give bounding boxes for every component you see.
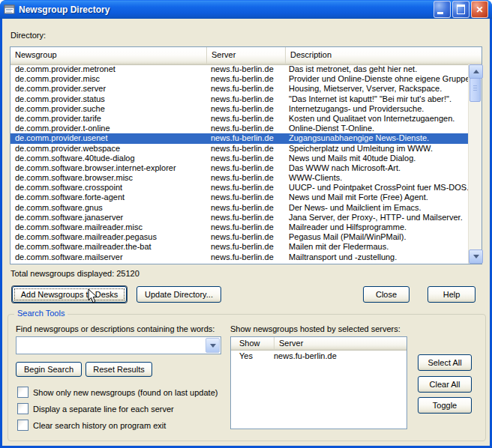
cell-server: news.fu-berlin.de	[206, 114, 284, 124]
cell-server: news.fu-berlin.de	[206, 252, 284, 262]
checkbox-clear-history[interactable]	[17, 420, 28, 431]
cell-description: Pegasus Mail (PMail/WinPMail).	[284, 232, 469, 242]
chevron-down-icon	[210, 344, 216, 348]
cell-description: Mailen mit der Fledermaus.	[284, 242, 469, 252]
cell-server: news.fu-berlin.de	[206, 74, 284, 84]
cell-newsgroup: de.comm.software.janaserver	[10, 213, 206, 223]
table-row[interactable]: de.comm.software.browser.internet-explor…	[10, 163, 469, 173]
close-dialog-button[interactable]: Close	[363, 286, 410, 303]
reset-results-button[interactable]: Reset Results	[86, 362, 152, 377]
search-tools-title: Search Tools	[14, 309, 68, 318]
cell-newsgroup: de.comm.provider.metronet	[10, 64, 206, 74]
column-header-show[interactable]: Show	[231, 337, 274, 350]
toggle-button[interactable]: Toggle	[418, 397, 472, 414]
scroll-up-button[interactable]	[469, 64, 483, 79]
checkbox-label: Display a separate line for each server	[33, 405, 174, 414]
combo-dropdown-button[interactable]	[206, 338, 220, 353]
search-tools-group: Search Tools Find newsgroups or descript…	[8, 314, 486, 441]
close-button[interactable]: ✕	[471, 1, 488, 18]
cell-description: Jana Server, der Proxy-, HTTP- und Mails…	[284, 213, 469, 223]
servers-label: Show newsgroups hosted by selected serve…	[230, 324, 400, 333]
checkbox-label: Clear search history on program exit	[33, 421, 166, 430]
directory-listview: Newsgroup Server Description de.comm.pro…	[10, 46, 482, 264]
scrollbar-thumb[interactable]	[470, 78, 481, 102]
cell-newsgroup: de.comm.software.40tude-dialog	[10, 154, 206, 163]
titlebar-buttons: ✕	[434, 1, 488, 18]
checkbox-new-newsgroups[interactable]	[17, 387, 28, 398]
checkbox-label: Show only new newsgroups (found on last …	[33, 388, 218, 397]
cell-newsgroup: de.comm.software.gnus	[10, 203, 206, 213]
table-row[interactable]: de.comm.software.mailreader.pegasusnews.…	[10, 232, 469, 242]
cell-newsgroup: de.comm.provider.suche	[10, 104, 206, 114]
cell-newsgroup: de.comm.provider.t-online	[10, 124, 206, 133]
vertical-scrollbar[interactable]	[468, 64, 482, 264]
cell-description: Der News- und Mailclient im Emacs.	[284, 203, 469, 213]
checkbox-row-clear-history[interactable]: Clear search history on program exit	[17, 420, 166, 431]
cell-description: Mailtransport und -zustellung.	[284, 252, 469, 262]
cell-newsgroup: de.comm.software.crosspoint	[10, 183, 206, 193]
table-row[interactable]: de.comm.provider.webspacenews.fu-berlin.…	[10, 144, 469, 154]
update-directory-button[interactable]: Update Directory...	[136, 286, 221, 303]
table-row[interactable]: de.comm.software.mailreader.the-batnews.…	[10, 242, 469, 252]
help-button[interactable]: Help	[428, 286, 476, 303]
table-row[interactable]: de.comm.software.mailservernews.fu-berli…	[10, 252, 469, 262]
cell-server: news.fu-berlin.de	[206, 193, 284, 202]
cell-description: Provider und Online-Dienste ohne eigene …	[284, 74, 469, 84]
cell-newsgroup: de.comm.software.browser.misc	[10, 173, 206, 183]
minimize-button[interactable]	[434, 1, 451, 18]
checkbox-row-separate-line[interactable]: Display a separate line for each server	[17, 403, 174, 414]
cell-server: news.fu-berlin.de	[206, 104, 284, 114]
cell-newsgroup: de.comm.provider.tarife	[10, 114, 206, 124]
cell-server: news.fu-berlin.de	[206, 144, 284, 154]
cell-newsgroup: de.comm.software.mailserver	[10, 252, 206, 262]
cell-server: news.fu-berlin.de	[206, 94, 284, 104]
directory-header: Newsgroup Server Description	[10, 47, 482, 65]
cell-server: news.fu-berlin.de	[206, 223, 284, 232]
table-row[interactable]: de.comm.software.40tude-dialognews.fu-be…	[10, 154, 469, 163]
cell-description: UUCP- und Pointpaket CrossPoint fuer MS-…	[284, 183, 469, 193]
cell-server: news.fu-berlin.de	[206, 124, 284, 133]
cell-description: Internetzugangs- und Providersuche.	[284, 104, 469, 114]
table-row[interactable]: de.comm.provider.statusnews.fu-berlin.de…	[10, 94, 469, 104]
app-icon	[4, 4, 16, 16]
server-table-body: Yesnews.fu-berlin.de	[231, 351, 406, 362]
add-newsgroups-button[interactable]: Add Newsgroups to Desks	[12, 286, 127, 303]
cell-description: Das ist metronet, das geht hier net.	[284, 64, 469, 74]
table-row[interactable]: de.comm.provider.miscnews.fu-berlin.dePr…	[10, 74, 469, 84]
maximize-button[interactable]	[452, 1, 470, 18]
table-row[interactable]: de.comm.software.mailreader.miscnews.fu-…	[10, 223, 469, 232]
server-list-header: Show Server	[231, 337, 406, 351]
cell-newsgroup: de.comm.software.mailreader.the-bat	[10, 242, 206, 252]
table-row[interactable]: de.comm.software.gnusnews.fu-berlin.deDe…	[10, 203, 469, 213]
titlebar[interactable]: Newsgroup Directory ✕	[0, 0, 492, 19]
select-all-button[interactable]: Select All	[418, 354, 472, 371]
column-header-newsgroup[interactable]: Newsgroup	[10, 47, 207, 64]
checkbox-separate-line[interactable]	[17, 403, 28, 414]
search-input[interactable]	[18, 339, 206, 352]
begin-search-button[interactable]: Begin Search	[16, 362, 82, 377]
table-row[interactable]: de.comm.provider.metronetnews.fu-berlin.…	[10, 64, 469, 74]
column-header-description[interactable]: Description	[286, 47, 482, 64]
table-row[interactable]: de.comm.provider.t-onlinenews.fu-berlin.…	[10, 124, 469, 133]
table-row[interactable]: de.comm.provider.usenetnews.fu-berlin.de…	[10, 133, 469, 143]
scroll-down-button[interactable]	[469, 249, 483, 264]
cell-description: Housing, Mietserver, Vserver, Rackspace.	[284, 84, 469, 94]
table-row[interactable]: de.comm.provider.tarifenews.fu-berlin.de…	[10, 114, 469, 124]
table-row[interactable]: de.comm.provider.suchenews.fu-berlin.deI…	[10, 104, 469, 114]
column-header-server[interactable]: Server	[207, 47, 286, 64]
table-row[interactable]: de.comm.provider.servernews.fu-berlin.de…	[10, 84, 469, 94]
close-icon: ✕	[476, 4, 483, 15]
table-row[interactable]: de.comm.software.janaservernews.fu-berli…	[10, 213, 469, 223]
table-row[interactable]: de.comm.software.crosspointnews.fu-berli…	[10, 183, 469, 193]
server-row[interactable]: Yesnews.fu-berlin.de	[231, 351, 406, 362]
cell-server: news.fu-berlin.de	[206, 64, 284, 74]
checkbox-row-new-newsgroups[interactable]: Show only new newsgroups (found on last …	[17, 387, 218, 398]
column-header-server-name[interactable]: Server	[274, 337, 406, 350]
cell-server: news.fu-berlin.de	[206, 173, 284, 183]
cell-newsgroup: de.comm.provider.webspace	[10, 144, 206, 154]
cell-description: Speicherplatz und Umleitung im WWW.	[284, 144, 469, 154]
table-row[interactable]: de.comm.software.forte-agentnews.fu-berl…	[10, 193, 469, 202]
clear-all-button[interactable]: Clear All	[418, 376, 472, 393]
table-row[interactable]: de.comm.software.browser.miscnews.fu-ber…	[10, 173, 469, 183]
search-combobox[interactable]	[16, 336, 221, 354]
